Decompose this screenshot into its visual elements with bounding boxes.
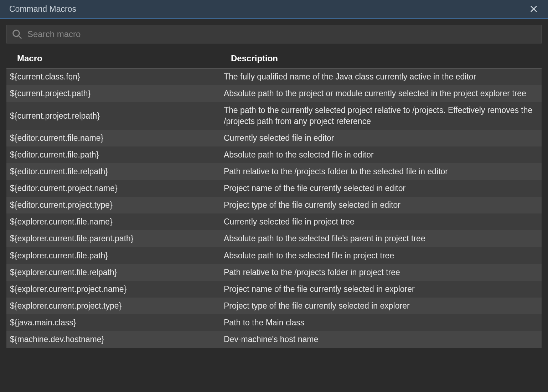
macro-cell: ${explorer.current.project.type}	[6, 298, 220, 314]
macro-cell: ${machine.dev.hostname}	[6, 331, 220, 348]
description-cell: Dev-machine's host name	[220, 331, 542, 348]
description-cell: Absolute path to the project or module c…	[220, 85, 542, 102]
macro-cell: ${explorer.current.file.relpath}	[6, 264, 220, 281]
description-cell: Absolute path to the selected file in pr…	[220, 247, 542, 264]
description-cell: Project name of the file currently selec…	[220, 180, 542, 197]
description-cell: Project type of the file currently selec…	[220, 298, 542, 314]
macro-cell: ${current.project.relpath}	[6, 102, 220, 130]
macro-cell: ${current.class.fqn}	[6, 68, 220, 85]
table-row[interactable]: ${explorer.current.file.relpath}Path rel…	[6, 264, 542, 281]
table-row[interactable]: ${java.main.class}Path to the Main class	[6, 314, 542, 331]
dialog-title: Command Macros	[9, 4, 529, 14]
command-macros-dialog: Command Macros Macro	[0, 0, 548, 392]
macro-cell: ${editor.current.file.path}	[6, 146, 220, 163]
table-row[interactable]: ${editor.current.project.name}Project na…	[6, 180, 542, 197]
dialog-content: Macro Description ${current.class.fqn}Th…	[0, 19, 548, 392]
description-cell: Absolute path to the selected file in ed…	[220, 146, 542, 163]
table-row[interactable]: ${editor.current.file.relpath}Path relat…	[6, 163, 542, 180]
macro-table-scroll[interactable]: Macro Description ${current.class.fqn}Th…	[6, 50, 542, 392]
description-cell: Project name of the file currently selec…	[220, 281, 542, 298]
macro-cell: ${java.main.class}	[6, 314, 220, 331]
macro-cell: ${editor.current.project.type}	[6, 197, 220, 213]
table-row[interactable]: ${current.class.fqn}The fully qualified …	[6, 68, 542, 85]
search-icon	[12, 29, 22, 40]
table-row[interactable]: ${current.project.relpath}The path to th…	[6, 102, 542, 130]
macro-cell: ${explorer.current.file.parent.path}	[6, 230, 220, 247]
macro-cell: ${editor.current.file.name}	[6, 130, 220, 146]
table-row[interactable]: ${editor.current.project.type}Project ty…	[6, 197, 542, 213]
description-cell: The path to the currently selected proje…	[220, 102, 542, 130]
description-cell: Project type of the file currently selec…	[220, 197, 542, 213]
dialog-titlebar: Command Macros	[0, 0, 548, 19]
macro-cell: ${explorer.current.file.name}	[6, 213, 220, 230]
description-cell: The fully qualified name of the Java cla…	[220, 68, 542, 85]
column-header-description[interactable]: Description	[220, 50, 542, 68]
table-row[interactable]: ${explorer.current.file.path}Absolute pa…	[6, 247, 542, 264]
close-icon	[530, 5, 538, 13]
description-cell: Currently selected file in editor	[220, 130, 542, 146]
table-row[interactable]: ${explorer.current.file.parent.path}Abso…	[6, 230, 542, 247]
table-row[interactable]: ${explorer.current.project.type}Project …	[6, 298, 542, 314]
description-cell: Path relative to the /projects folder in…	[220, 264, 542, 281]
description-cell: Path to the Main class	[220, 314, 542, 331]
table-row[interactable]: ${explorer.current.file.name}Currently s…	[6, 213, 542, 230]
table-row[interactable]: ${machine.dev.hostname}Dev-machine's hos…	[6, 331, 542, 348]
description-cell: Path relative to the /projects folder to…	[220, 163, 542, 180]
search-input[interactable]	[27, 29, 536, 39]
macro-cell: ${explorer.current.file.path}	[6, 247, 220, 264]
description-cell: Currently selected file in project tree	[220, 213, 542, 230]
search-box[interactable]	[6, 25, 542, 43]
table-row[interactable]: ${editor.current.file.path}Absolute path…	[6, 146, 542, 163]
column-header-macro[interactable]: Macro	[6, 50, 220, 68]
close-button[interactable]	[529, 4, 539, 14]
macro-cell: ${editor.current.file.relpath}	[6, 163, 220, 180]
macro-cell: ${explorer.current.project.name}	[6, 281, 220, 298]
macro-table: Macro Description ${current.class.fqn}Th…	[6, 50, 542, 348]
macro-cell: ${current.project.path}	[6, 85, 220, 102]
description-cell: Absolute path to the selected file's par…	[220, 230, 542, 247]
macro-cell: ${editor.current.project.name}	[6, 180, 220, 197]
table-row[interactable]: ${current.project.path}Absolute path to …	[6, 85, 542, 102]
table-row[interactable]: ${editor.current.file.name}Currently sel…	[6, 130, 542, 146]
svg-line-1	[19, 36, 21, 38]
table-row[interactable]: ${explorer.current.project.name}Project …	[6, 281, 542, 298]
